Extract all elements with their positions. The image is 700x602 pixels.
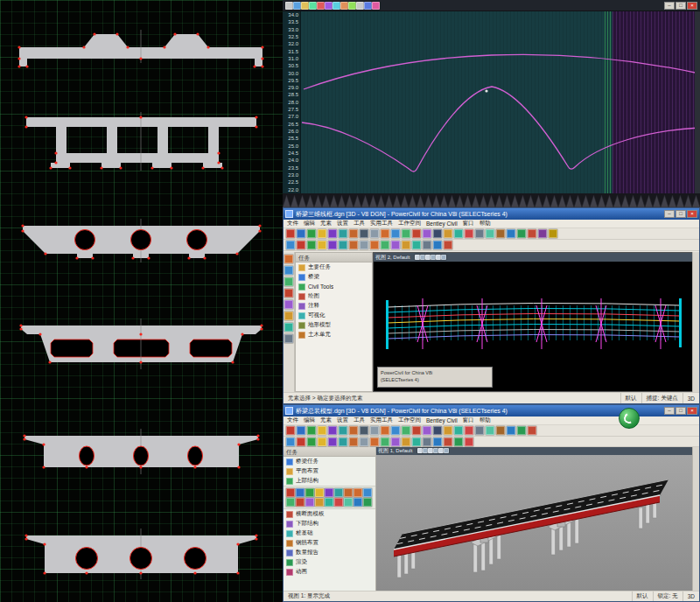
toolbar-icon[interactable]: [496, 426, 505, 435]
toolbar-icon[interactable]: [360, 426, 368, 435]
menu-item[interactable]: 窗口: [463, 416, 474, 424]
toolbar-icon[interactable]: [305, 488, 314, 497]
tree-item[interactable]: 主要任务: [296, 262, 372, 272]
toolbar-icon[interactable]: [370, 241, 379, 249]
toolbar-icon[interactable]: [423, 426, 431, 435]
toolbar-icon[interactable]: [296, 498, 304, 507]
title-bar[interactable]: 桥梁三维线框.dgn [3D - V8 DGN] - PowerCivil fo…: [284, 208, 699, 220]
toolbar-icon[interactable]: [286, 438, 295, 446]
toolbar-icon[interactable]: [465, 438, 473, 446]
toolbar-icon[interactable]: [315, 498, 324, 507]
tree-item[interactable]: 可视化: [296, 311, 372, 320]
tree-item[interactable]: 横断面模板: [284, 509, 375, 519]
toolbar-icon[interactable]: [444, 438, 452, 446]
toolbar-icon[interactable]: [433, 229, 442, 238]
toolbar-icon[interactable]: [318, 426, 326, 435]
menu-item[interactable]: 元素: [320, 220, 332, 228]
toolbar-icon[interactable]: [305, 498, 314, 507]
toolbar-icon[interactable]: [344, 488, 353, 497]
tool-settings-panel[interactable]: PowerCivil for China V8i (SELECTseries 4…: [377, 367, 493, 388]
toolbar-icon[interactable]: [475, 426, 484, 435]
maximize-button[interactable]: □: [676, 407, 686, 415]
toolbar-icon[interactable]: [433, 438, 442, 446]
toolbar-icon[interactable]: [370, 229, 379, 238]
toolbar-icon[interactable]: [433, 426, 442, 435]
toolbar-icon[interactable]: [284, 323, 293, 332]
toolbar-icon[interactable]: [360, 241, 368, 249]
menu-item[interactable]: 元素: [320, 416, 332, 424]
toolbar-icon[interactable]: [381, 241, 389, 249]
toolbar-icon[interactable]: [318, 229, 326, 238]
menu-item[interactable]: 设置: [337, 220, 348, 228]
toolbar-icon[interactable]: [363, 488, 372, 497]
toolbar-icon[interactable]: [286, 241, 295, 249]
toolbar-icon[interactable]: [284, 289, 293, 298]
toolbar-icon[interactable]: [486, 426, 494, 435]
toolbar-icon[interactable]: [549, 229, 557, 238]
toolbar-icon[interactable]: [334, 488, 343, 497]
toolbar-icon[interactable]: [349, 438, 358, 446]
toolbar-icon[interactable]: [454, 426, 463, 435]
toolbar-icon[interactable]: [354, 488, 362, 497]
tree-item[interactable]: 钢筋布置: [284, 538, 375, 548]
toolbar-icon[interactable]: [318, 241, 326, 249]
toolbar-icon[interactable]: [344, 498, 353, 507]
toolbar-icon[interactable]: [328, 229, 337, 238]
toolbar-icon[interactable]: [318, 438, 326, 446]
toolbar-icon[interactable]: [402, 426, 410, 435]
viewport-title-bar[interactable]: 视图 2, Default: [374, 253, 693, 262]
close-button[interactable]: ×: [687, 210, 697, 218]
menu-item[interactable]: 帮助: [480, 220, 491, 228]
toolbar-icon[interactable]: [284, 277, 293, 286]
toolbar-icon[interactable]: [325, 488, 333, 497]
minimize-button[interactable]: –: [664, 407, 675, 415]
toolbar-icon[interactable]: [349, 426, 358, 435]
toolbar-icon[interactable]: [360, 438, 368, 446]
tree-item[interactable]: 地形模型: [296, 320, 372, 330]
tree-item[interactable]: 桥梁任务: [284, 457, 375, 466]
toolbar-icon[interactable]: [444, 241, 452, 249]
toolbar-icon[interactable]: [454, 229, 463, 238]
toolbar-icon[interactable]: [402, 229, 410, 238]
toolbar-icon[interactable]: [465, 229, 473, 238]
toolbar-icon[interactable]: [307, 438, 316, 446]
tree-item[interactable]: 下部结构: [284, 519, 375, 528]
toolbar-icon[interactable]: [284, 300, 293, 309]
toolbar-icon[interactable]: [363, 498, 372, 507]
toolbar-icon[interactable]: [454, 438, 463, 446]
close-button[interactable]: ×: [687, 407, 697, 415]
toolbar-icon[interactable]: [528, 229, 536, 238]
toolbar-icon[interactable]: [325, 498, 333, 507]
toolbar-icon[interactable]: [517, 229, 526, 238]
render-viewport[interactable]: 视图 1, Default: [376, 447, 694, 591]
toolbar-icon[interactable]: [349, 241, 358, 249]
menu-item[interactable]: 窗口: [463, 220, 474, 228]
toolbar-icon[interactable]: [297, 426, 305, 435]
toolbar-icon[interactable]: [423, 229, 431, 238]
toolbar-icon[interactable]: [391, 229, 400, 238]
toolbar-icon[interactable]: [412, 229, 421, 238]
menu-item[interactable]: 实用工具: [370, 220, 393, 228]
menu-item[interactable]: 设置: [337, 416, 348, 424]
toolbar-icon[interactable]: [391, 426, 400, 435]
menu-item[interactable]: 工作空间: [398, 220, 421, 228]
toolbar-icon[interactable]: [354, 498, 362, 507]
toolbar-icon[interactable]: [381, 229, 389, 238]
toolbar-icon[interactable]: [296, 488, 304, 497]
toolbar-icon[interactable]: [402, 241, 410, 249]
toolbar-icon[interactable]: [496, 229, 505, 238]
toolbar-icon[interactable]: [349, 229, 358, 238]
vertical-scrollbar[interactable]: [692, 252, 699, 392]
toolbar-icon[interactable]: [423, 241, 431, 249]
toolbar-icon[interactable]: [284, 266, 293, 275]
tree-item[interactable]: 动画: [284, 567, 375, 577]
maximize-button[interactable]: □: [676, 210, 686, 218]
menu-item[interactable]: 工具: [354, 220, 365, 228]
tree-item[interactable]: 上部结构: [284, 476, 375, 486]
toolbar-icon[interactable]: [286, 498, 295, 507]
tree-item[interactable]: 桩基础: [284, 528, 375, 538]
task-panel-header[interactable]: 任务: [284, 447, 375, 457]
toolbar-icon[interactable]: [284, 334, 293, 343]
toolbar-icon[interactable]: [328, 426, 337, 435]
menu-item[interactable]: Bentley Civil: [426, 417, 458, 424]
